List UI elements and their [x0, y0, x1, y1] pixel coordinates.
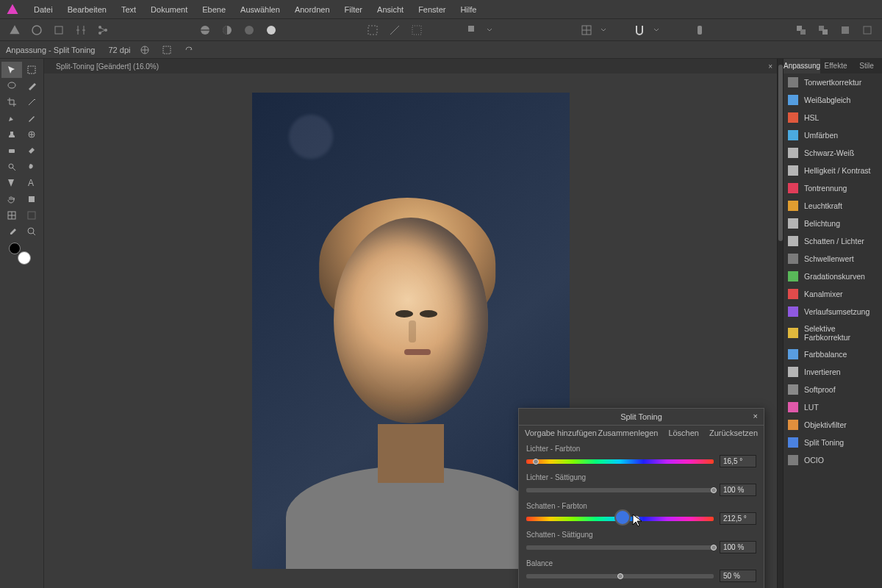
highlight-hue-value[interactable]: 16,5 °	[720, 455, 756, 467]
arrange3-icon[interactable]	[836, 21, 854, 39]
bounds-icon[interactable]	[159, 43, 174, 57]
menu-ansicht[interactable]: Ansicht	[370, 2, 411, 17]
selection-rect-icon[interactable]	[364, 21, 381, 39]
stamp-tool[interactable]	[1, 126, 22, 143]
adjustment-softproof[interactable]: Softproof	[784, 381, 882, 398]
adjustment-bw[interactable]: Schwarz-Weiß	[784, 144, 882, 162]
hand-tool[interactable]	[1, 191, 22, 207]
lasso-tool[interactable]	[1, 78, 22, 94]
wand-tool[interactable]	[22, 94, 43, 110]
layer-op2-icon[interactable]	[218, 21, 236, 39]
layer-op1-icon[interactable]	[196, 21, 214, 39]
crop-tool[interactable]	[1, 94, 22, 110]
adjustment-colorbal[interactable]: Farbbalance	[784, 345, 882, 363]
highlight-sat-slider[interactable]	[526, 488, 714, 492]
shadow-sat-value[interactable]: 100 %	[720, 541, 756, 553]
delete-button[interactable]: Löschen	[668, 429, 699, 437]
rotate-icon[interactable]	[182, 43, 196, 57]
reset-button[interactable]: Zurücksetzen	[709, 429, 758, 437]
adjustment-vibrance[interactable]: Leuchtkraft	[784, 197, 882, 215]
close-icon[interactable]: ×	[768, 62, 772, 71]
adjustment-recolor[interactable]: Umfärben	[784, 126, 882, 144]
shape-tool[interactable]	[22, 191, 43, 207]
arrange1-icon[interactable]	[792, 21, 810, 39]
balance-slider[interactable]	[526, 574, 714, 578]
burn-tool[interactable]	[22, 159, 43, 175]
selection-diag-icon[interactable]	[386, 21, 404, 39]
chevron-down-icon[interactable]	[486, 21, 493, 39]
adjustment-exposure[interactable]: Belichtung	[784, 215, 882, 232]
right-scrollbar[interactable]	[777, 59, 783, 588]
shadow-sat-slider[interactable]	[526, 545, 714, 550]
fit-icon[interactable]	[137, 43, 152, 57]
menu-bearbeiten[interactable]: Bearbeiten	[60, 2, 114, 17]
balance-value[interactable]: 50 %	[720, 570, 756, 582]
adjustment-threshold[interactable]: Schwellenwert	[784, 250, 882, 268]
fill-tool[interactable]	[22, 143, 43, 159]
menu-dokument[interactable]: Dokument	[143, 2, 195, 17]
adjustment-invert[interactable]: Invertieren	[784, 363, 882, 381]
dropper-tool[interactable]	[1, 223, 22, 240]
adjustment-levels[interactable]: Tonwertkorrektur	[784, 74, 882, 91]
pen-tool[interactable]	[1, 110, 22, 126]
menu-auswählen[interactable]: Auswählen	[233, 2, 287, 17]
adjustment-wb[interactable]: Weißabgleich	[784, 91, 882, 109]
adjustment-sh[interactable]: Schatten / Lichter	[784, 232, 882, 250]
arrange2-icon[interactable]	[814, 21, 832, 39]
snap-icon[interactable]	[631, 21, 648, 39]
adjustment-channelmix[interactable]: Kanalmixer	[784, 285, 882, 303]
adjustment-ocio[interactable]: OCIO	[784, 451, 882, 469]
quicksel-icon[interactable]	[464, 21, 481, 39]
menu-filter[interactable]: Filter	[337, 2, 370, 17]
node-tool[interactable]	[1, 175, 22, 191]
zoom-tool[interactable]	[22, 223, 43, 240]
menu-datei[interactable]: Datei	[26, 2, 60, 17]
menu-hilfe[interactable]: Hilfe	[453, 2, 484, 17]
share-icon[interactable]	[94, 21, 112, 39]
brush-tool[interactable]	[22, 78, 43, 94]
highlight-sat-value[interactable]: 100 %	[720, 484, 756, 496]
layer-op4-icon[interactable]	[262, 21, 280, 39]
mesh-tool[interactable]	[1, 207, 22, 223]
menu-ebene[interactable]: Ebene	[195, 2, 233, 17]
selection-refine-icon[interactable]	[408, 21, 426, 39]
move-tool[interactable]	[1, 62, 22, 78]
adjustment-posterize[interactable]: Tontrennung	[784, 179, 882, 197]
adjustment-lut[interactable]: LUT	[784, 398, 882, 416]
highlight-hue-slider[interactable]	[526, 459, 714, 464]
grid-icon[interactable]	[578, 21, 595, 39]
adjustment-curves[interactable]: Gradationskurven	[784, 268, 882, 285]
menu-fenster[interactable]: Fenster	[411, 2, 453, 17]
adjustment-hsl[interactable]: HSL	[784, 109, 882, 126]
shadow-hue-slider[interactable]	[526, 517, 714, 521]
merge-button[interactable]: Zusammenlegen	[598, 429, 658, 437]
menu-text[interactable]: Text	[114, 2, 143, 17]
heal-tool[interactable]	[22, 126, 43, 143]
target-icon[interactable]	[691, 21, 709, 39]
layer-op3-icon[interactable]	[240, 21, 258, 39]
mirror-icon[interactable]	[72, 21, 90, 39]
marquee-tool[interactable]	[22, 62, 43, 78]
grid-tool[interactable]	[22, 207, 43, 223]
tab-stile[interactable]: Stile	[851, 59, 882, 74]
chevron-down-icon[interactable]	[653, 21, 660, 39]
close-icon[interactable]: ×	[753, 412, 758, 420]
add-preset-button[interactable]: Vorgabe hinzufügen	[525, 429, 597, 437]
adjustment-bc[interactable]: Helligkeit / Kontrast	[784, 162, 882, 179]
arrange4-icon[interactable]	[858, 21, 876, 39]
tab-anpassung[interactable]: Anpassung	[784, 59, 820, 74]
adjustment-selective[interactable]: Selektive Farbkorrektur	[784, 320, 882, 345]
menu-anordnen[interactable]: Anordnen	[287, 2, 337, 17]
text-tool[interactable]: A	[22, 175, 43, 191]
eraser-tool[interactable]	[1, 143, 22, 159]
persona-photo-icon[interactable]	[6, 21, 24, 39]
dodge-tool[interactable]	[1, 159, 22, 175]
chevron-down-icon[interactable]	[600, 21, 607, 39]
cube-icon[interactable]	[50, 21, 68, 39]
tab-effekte[interactable]: Effekte	[820, 59, 851, 74]
color-swatches[interactable]	[9, 243, 31, 265]
document-tab[interactable]: Split-Toning [Geändert] (16.0%)	[50, 61, 165, 72]
adjustment-gradientmap[interactable]: Verlaufsumsetzung	[784, 303, 882, 320]
adjustment-lensfilter[interactable]: Objektivfilter	[784, 416, 882, 434]
pencil-tool[interactable]	[22, 110, 43, 126]
